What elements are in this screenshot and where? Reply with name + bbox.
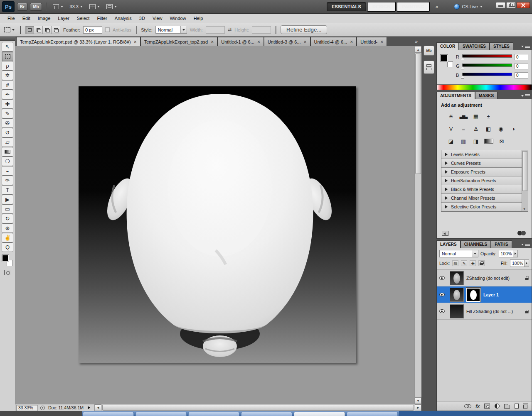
preset-exposure[interactable]: Exposure Presets [441, 168, 522, 176]
scroll-down-arrow[interactable]: ▼ [523, 208, 526, 210]
expand-arrow-icon[interactable] [445, 153, 448, 156]
lock-transparency-button[interactable]: ▨ [452, 260, 458, 266]
panel-menu-button[interactable] [521, 243, 532, 248]
tool-path-selection-tool[interactable]: ▶ [2, 195, 13, 204]
tool-dodge-tool[interactable]: ◒ [2, 166, 13, 176]
expand-arrow-icon[interactable] [445, 170, 448, 174]
return-to-adjustment-list-icon[interactable] [442, 231, 448, 236]
taskbar-tray[interactable] [399, 411, 532, 416]
menu-image[interactable]: Image [34, 14, 54, 22]
hue-saturation-icon[interactable]: ≡ [459, 125, 468, 132]
taskbar-item[interactable] [241, 412, 292, 416]
lock-pixels-button[interactable]: ✎ [461, 260, 467, 266]
foreground-color-swatch[interactable] [2, 255, 9, 262]
preset-black-white[interactable]: Black & White Presets [441, 185, 522, 194]
tool-quick-selection-tool[interactable]: ✲ [2, 71, 13, 80]
tab-paths[interactable]: PATHS [491, 240, 512, 248]
layer-row-fill-zshading[interactable]: Fill ZShading (do not ...) [437, 303, 532, 320]
layer-style-icon[interactable]: fx [475, 404, 480, 409]
photo-filter-icon[interactable]: ◉ [497, 125, 505, 132]
status-zoom-field[interactable]: 33.33% [16, 405, 38, 411]
channel-slider[interactable] [462, 63, 512, 69]
add-layer-mask-icon[interactable] [484, 404, 490, 409]
launch-mini-bridge-button[interactable]: Mb [30, 3, 42, 11]
tool-move-tool[interactable]: ↖ [2, 42, 13, 51]
screen-mode-button[interactable] [104, 3, 119, 10]
layer-thumbnail[interactable] [450, 304, 464, 318]
launch-bridge-button[interactable]: Br [17, 3, 27, 11]
workspace-overflow-button[interactable]: » [432, 4, 442, 10]
workspace-design-button[interactable]: DESIGN [367, 2, 396, 12]
tool-eraser-tool[interactable]: ▱ [2, 137, 13, 147]
menu-layer[interactable]: Layer [54, 14, 73, 22]
vertical-scroll-thumb[interactable] [415, 54, 421, 174]
new-adjustment-layer-icon[interactable] [495, 404, 500, 409]
tool-history-brush-tool[interactable]: ↺ [2, 128, 13, 137]
visibility-cell[interactable] [437, 270, 447, 286]
foreground-background-colors[interactable] [2, 255, 13, 266]
presets-scroll-thumb[interactable] [522, 151, 527, 191]
vibrance-icon[interactable]: V [447, 125, 455, 132]
tab-channels[interactable]: CHANNELS [461, 240, 491, 248]
opacity-field[interactable]: 100% [499, 250, 518, 257]
layer-thumbnail[interactable] [450, 271, 464, 285]
channel-slider[interactable] [462, 54, 512, 60]
tool-lasso-tool[interactable]: ρ [2, 61, 13, 71]
tool-gradient-tool[interactable] [2, 147, 13, 157]
history-panel-button[interactable] [424, 61, 434, 74]
slider-thumb[interactable] [461, 76, 464, 78]
preset-levels[interactable]: Levels Presets [441, 150, 522, 159]
workspace-painting-button[interactable]: PAINTING [397, 2, 429, 12]
curves-icon[interactable]: ▦ [472, 113, 480, 120]
new-group-icon[interactable] [504, 405, 510, 409]
preset-channel-mixer[interactable]: Channel Mixer Presets [441, 194, 522, 203]
panel-menu-button[interactable] [521, 45, 532, 50]
intersect-selection-button[interactable] [52, 26, 60, 34]
new-selection-button[interactable] [25, 26, 34, 34]
gradient-map-icon[interactable] [484, 139, 493, 144]
tool-orbit-3d-tool[interactable]: ⊕ [2, 223, 13, 233]
zoom-level-combo[interactable]: 33.3 [68, 3, 85, 10]
scroll-right-arrow[interactable]: ▶ [415, 404, 421, 411]
tab-untitled-4[interactable]: Untitled-4 @ 6... × [310, 37, 357, 46]
tool-preset-picker[interactable] [3, 27, 16, 33]
tab-tempzapplinkexport[interactable]: TempZAppLinkExport.psd @ 33.3% (Layer 1,… [16, 37, 140, 46]
tool-type-tool[interactable]: T [2, 185, 13, 195]
document-canvas[interactable] [79, 86, 356, 363]
scroll-left-arrow[interactable]: ◀ [95, 404, 101, 411]
vertical-scrollbar[interactable]: ▲ ▼ [414, 46, 421, 404]
style-select[interactable]: Normal [155, 26, 187, 34]
tool-rectangular-marquee-tool[interactable] [2, 51, 13, 61]
posterize-icon[interactable]: ▥ [459, 138, 468, 144]
brightness-contrast-icon[interactable]: ☀ [447, 113, 455, 120]
visibility-cell[interactable] [437, 286, 447, 303]
menu-view[interactable]: View [149, 14, 166, 22]
workspace-essentials-button[interactable]: ESSENTIALS [327, 2, 366, 11]
preset-selective-color[interactable]: Selective Color Presets [441, 203, 522, 211]
slider-thumb[interactable] [461, 57, 464, 60]
menu-analysis[interactable]: Analysis [111, 14, 135, 22]
tool-pen-tool[interactable]: ✑ [2, 176, 13, 185]
color-spectrum-ramp[interactable] [437, 84, 532, 90]
menu-help[interactable]: Help [190, 14, 207, 22]
subtract-from-selection-button[interactable] [43, 26, 52, 34]
blend-mode-select[interactable]: Normal [439, 250, 478, 257]
tab-color[interactable]: COLOR [436, 42, 459, 50]
channel-value-field[interactable]: 0 [515, 54, 528, 60]
tool-crop-tool[interactable]: # [2, 80, 13, 90]
width-input[interactable] [206, 26, 225, 34]
menu-window[interactable]: Window [166, 14, 190, 22]
layer-row-layer-1[interactable]: Layer 1 [437, 286, 532, 303]
horizontal-scrollbar[interactable]: ◀ ▶ [94, 404, 421, 411]
clip-to-layer-icon[interactable] [517, 230, 527, 236]
height-input[interactable] [252, 26, 271, 34]
lock-all-button[interactable] [478, 260, 485, 266]
delete-layer-icon[interactable] [523, 405, 527, 409]
background-color-swatch[interactable] [447, 61, 453, 67]
layer-row-zshading[interactable]: ZShading (do not edit) [437, 270, 532, 286]
tab-close-icon[interactable]: × [380, 39, 383, 44]
canvas-workspace[interactable]: ▲ ▼ [15, 46, 421, 404]
tool-healing-brush-tool[interactable]: ✚ [2, 99, 13, 109]
foreground-color-swatch[interactable] [441, 55, 448, 62]
opacity-slider-arrow[interactable] [513, 250, 517, 257]
